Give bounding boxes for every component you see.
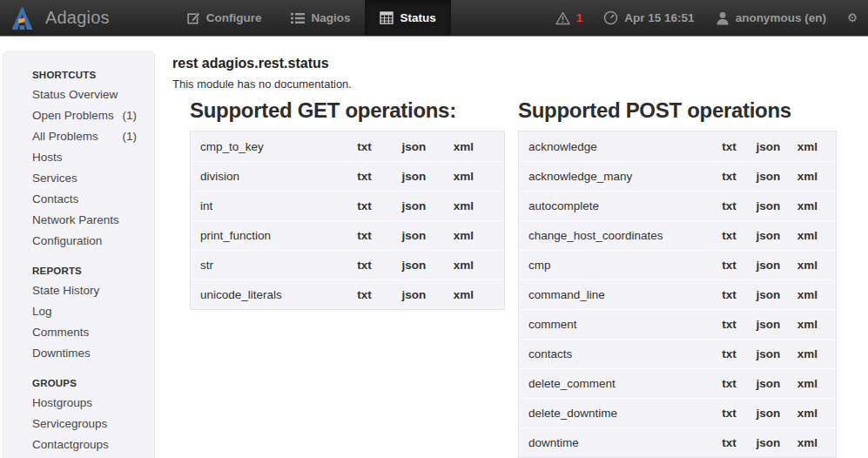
json-link[interactable]: json [749,140,788,153]
txt-link[interactable]: txt [710,318,749,331]
xml-link[interactable]: xml [788,347,827,360]
xml-link[interactable]: xml [788,436,827,449]
json-link[interactable]: json [389,259,439,272]
operation-name: unicode_literals [191,288,340,301]
edit-icon [187,11,200,24]
json-link[interactable]: json [389,199,439,212]
table-row: unicode_literals txt json xml [191,280,504,309]
sidebar-item[interactable]: State History [3,280,154,301]
xml-link[interactable]: xml [788,199,827,212]
txt-link[interactable]: txt [340,170,389,183]
json-link[interactable]: json [389,170,439,183]
sidebar-item[interactable]: Configuration [3,231,154,252]
json-link[interactable]: json [749,436,788,449]
json-link[interactable]: json [749,288,788,301]
sidebar-item[interactable]: Hostgroups [3,393,154,414]
sidebar-item-count: (1) [123,105,138,126]
xml-link[interactable]: xml [788,229,827,242]
json-link[interactable]: json [749,229,788,242]
json-link[interactable]: json [749,377,788,390]
sidebar-item-label: Servicegroups [32,414,107,434]
json-link[interactable]: json [749,318,788,331]
sidebar-item-label: Comments [32,322,89,343]
xml-link[interactable]: xml [788,288,827,301]
operation-name: print_function [191,229,340,242]
sidebar-item[interactable]: Log [3,301,154,322]
sidebar-item[interactable]: Open Problems (1) [3,105,154,126]
xml-link[interactable]: xml [439,229,488,242]
nav-item-configure[interactable]: Configure [172,0,277,36]
sidebar-item[interactable]: Downtimes [3,343,154,364]
txt-link[interactable]: txt [340,140,389,153]
xml-link[interactable]: xml [439,259,488,272]
sidebar-item-label: Open Problems [32,105,114,126]
json-link[interactable]: json [749,170,788,183]
sidebar-item-label: Contacts [32,189,78,210]
txt-link[interactable]: txt [710,170,749,183]
nav-item-nagios[interactable]: Nagios [276,0,365,36]
table-row: str txt json xml [191,250,504,280]
sidebar-item[interactable]: Hosts [3,147,154,168]
txt-link[interactable]: txt [710,229,749,242]
txt-link[interactable]: txt [340,288,389,301]
sidebar-item-label: Log [32,301,52,322]
nav-item-status[interactable]: Status [365,0,450,36]
operation-name: acknowledge [519,140,710,153]
json-link[interactable]: json [749,347,788,360]
table-row: acknowledge_many txt json xml [519,161,836,191]
sidebar-item[interactable]: Services [3,168,154,189]
xml-link[interactable]: xml [788,318,827,331]
txt-link[interactable]: txt [340,199,389,212]
brand-name: Adagios [45,8,110,28]
user-indicator[interactable]: anonymous (en) [716,11,826,25]
gear-icon: ⚙ [847,12,858,24]
txt-link[interactable]: txt [710,377,749,390]
json-link[interactable]: json [389,140,439,153]
operation-name: delete_downtime [519,407,710,420]
json-link[interactable]: json [749,199,788,212]
alerts-indicator[interactable]: 1 [555,11,583,25]
txt-link[interactable]: txt [710,347,749,360]
json-link[interactable]: json [749,259,788,272]
xml-link[interactable]: xml [788,259,827,272]
sidebar-item[interactable]: Status Overview [3,84,154,105]
sidebar-item[interactable]: Servicegroups [3,414,154,434]
operation-name: autocomplete [519,199,710,212]
operation-name: downtime [519,436,710,449]
xml-link[interactable]: xml [788,140,827,153]
txt-link[interactable]: txt [710,407,749,420]
sidebar-item[interactable]: Contacts [3,189,154,210]
txt-link[interactable]: txt [340,259,389,272]
operation-name: division [191,170,340,183]
clock-indicator[interactable]: Apr 15 16:51 [603,10,694,25]
json-link[interactable]: json [389,229,439,242]
sidebar-item[interactable]: Network Parents [3,210,154,231]
table-row: delete_comment txt json xml [519,368,836,398]
xml-link[interactable]: xml [788,377,827,390]
table-icon [380,11,394,24]
sidebar-item-label: Hostgroups [32,393,92,414]
txt-link[interactable]: txt [710,199,749,212]
xml-link[interactable]: xml [439,288,488,301]
table-row: cmp_to_key txt json xml [191,131,504,161]
txt-link[interactable]: txt [710,436,749,449]
sidebar-item[interactable]: Contactgroups [3,434,154,455]
sidebar-item-label: Configuration [32,231,102,252]
table-row: downtime txt json xml [519,428,836,457]
brand[interactable]: Adagios [0,0,122,36]
xml-link[interactable]: xml [439,170,488,183]
txt-link[interactable]: txt [710,140,749,153]
xml-link[interactable]: xml [439,199,488,212]
json-link[interactable]: json [389,288,439,301]
xml-link[interactable]: xml [788,407,827,420]
sidebar-item[interactable]: All Problems (1) [3,126,154,147]
json-link[interactable]: json [749,407,788,420]
txt-link[interactable]: txt [340,229,389,242]
settings-button[interactable]: ⚙ [847,12,858,24]
txt-link[interactable]: txt [710,288,749,301]
sidebar-item-label: State History [32,280,99,301]
xml-link[interactable]: xml [788,170,827,183]
txt-link[interactable]: txt [710,259,749,272]
xml-link[interactable]: xml [439,140,488,153]
sidebar-item[interactable]: Comments [3,322,154,343]
